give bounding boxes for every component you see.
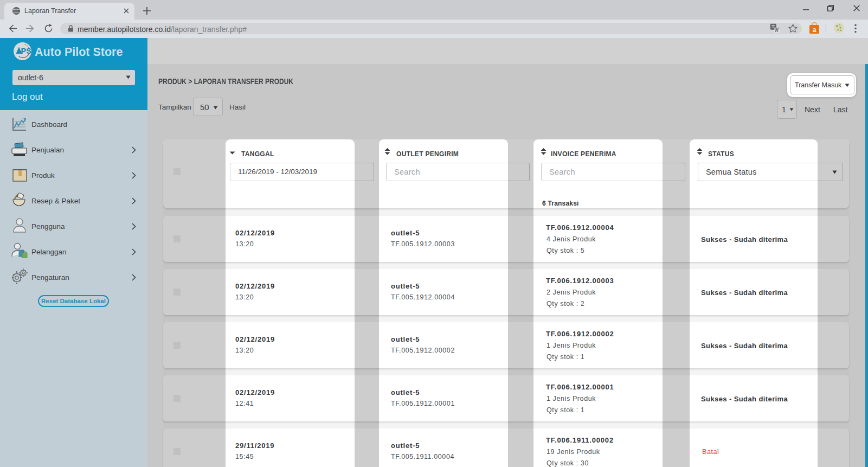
svg-text:PS: PS <box>21 47 32 55</box>
svg-text:a: a <box>813 26 816 34</box>
